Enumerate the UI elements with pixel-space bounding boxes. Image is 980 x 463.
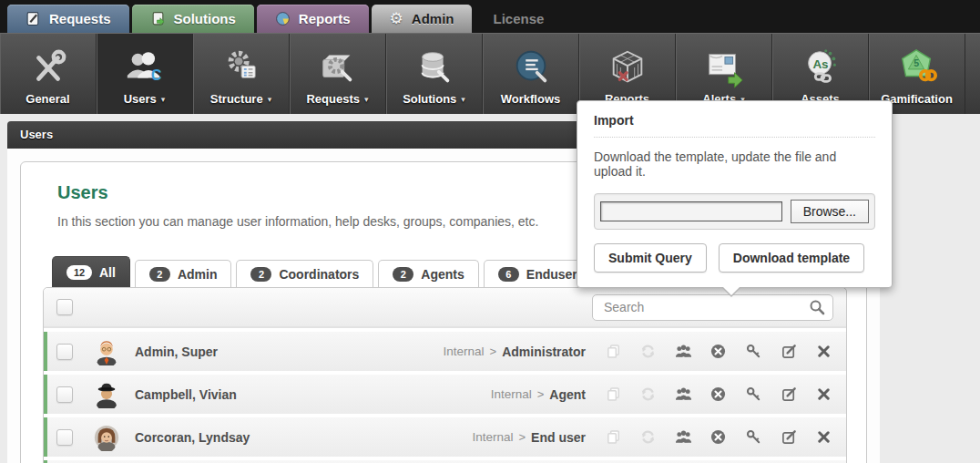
assets-icon: As <box>800 42 842 92</box>
toolbar-item-solutions[interactable]: Solutions▾ <box>386 34 483 114</box>
user-avatar <box>93 424 120 451</box>
groups-button[interactable] <box>674 428 692 447</box>
row-actions <box>604 343 833 361</box>
refresh-button[interactable] <box>639 343 658 361</box>
dropdown-arrow-icon: ▾ <box>461 95 465 104</box>
dropdown-arrow-icon: ▾ <box>161 95 166 104</box>
count-badge: 2 <box>250 267 271 282</box>
dropdown-arrow-icon: ▾ <box>268 95 272 104</box>
delete-button[interactable] <box>815 428 833 447</box>
breadcrumb-separator: > <box>490 345 497 358</box>
user-row[interactable]: Corcoran, Lyndsay Internal > End user <box>44 417 846 457</box>
tab-agents[interactable]: 2 Agents <box>378 260 478 287</box>
tab-coordinators[interactable]: 2 Coordinators <box>236 260 373 287</box>
user-role: Administrator <box>502 345 586 359</box>
requests-admin-icon <box>317 42 359 92</box>
solutions-tab-icon <box>150 11 166 26</box>
nav-tab-solutions[interactable]: Solutions <box>132 5 254 33</box>
user-name: Admin, Super <box>135 345 218 359</box>
tab-label: All <box>99 265 116 280</box>
browse-button[interactable]: Browse... <box>791 200 869 223</box>
toolbar-label: Users <box>124 92 157 106</box>
gamification-icon: 5 <box>896 42 938 92</box>
reports-tab-icon <box>275 11 291 26</box>
password-key-button[interactable] <box>745 386 763 404</box>
tab-admin[interactable]: 2 Admin <box>135 260 232 287</box>
select-row-checkbox[interactable] <box>56 344 73 360</box>
row-actions <box>604 428 833 447</box>
delete-button[interactable] <box>815 343 833 361</box>
requests-tab-icon <box>26 11 41 26</box>
duplicate-button[interactable] <box>604 428 622 447</box>
nav-tab-label: License <box>493 11 544 26</box>
delete-button[interactable] <box>815 386 833 404</box>
select-all-checkbox[interactable] <box>56 299 73 315</box>
toolbar-item-workflows[interactable]: Workflows <box>483 34 579 114</box>
nav-tab-label: Requests <box>49 11 111 26</box>
groups-button[interactable] <box>674 343 692 361</box>
nav-tab-admin[interactable]: ⚙ Admin <box>372 5 473 33</box>
nav-tab-requests[interactable]: Requests <box>7 5 129 33</box>
tab-label: Agents <box>421 267 464 282</box>
nav-tab-reports[interactable]: Reports <box>257 5 369 33</box>
user-avatar <box>93 338 120 365</box>
toolbar-item-structure[interactable]: Structure▾ <box>193 34 290 114</box>
popover-title: Import <box>594 113 875 138</box>
search-icon[interactable] <box>809 299 825 315</box>
count-badge: 2 <box>393 267 413 282</box>
structure-icon <box>220 42 262 92</box>
user-row[interactable]: Admin, Super Internal > Administrator <box>44 332 846 371</box>
svg-text:5: 5 <box>914 57 919 68</box>
duplicate-button[interactable] <box>604 343 622 361</box>
nav-tab-license[interactable]: License <box>475 5 562 33</box>
user-name: Corcoran, Lyndsay <box>135 430 250 445</box>
users-table: Admin, Super Internal > Administrator <box>43 287 847 463</box>
disable-button[interactable] <box>709 428 728 447</box>
workflows-icon <box>510 42 552 92</box>
dropdown-arrow-icon: ▾ <box>364 95 369 104</box>
tab-all[interactable]: 12 All <box>52 256 130 287</box>
general-icon <box>27 42 69 92</box>
user-name: Campbell, Vivian <box>135 387 237 402</box>
disable-button[interactable] <box>709 343 728 361</box>
edit-button[interactable] <box>780 428 798 447</box>
search-input[interactable] <box>604 300 809 314</box>
toolbar-item-requests[interactable]: Requests▾ <box>290 34 386 114</box>
nav-tab-label: Admin <box>412 11 454 26</box>
groups-button[interactable] <box>674 386 692 404</box>
password-key-button[interactable] <box>745 343 763 361</box>
svg-text:C: C <box>150 67 161 83</box>
toolbar-item-general[interactable]: General <box>0 34 97 114</box>
select-row-checkbox[interactable] <box>56 429 73 446</box>
users-icon: C <box>124 42 166 92</box>
password-key-button[interactable] <box>745 428 763 447</box>
toolbar-label: Structure <box>210 92 263 106</box>
popover-caret <box>721 287 741 297</box>
toolbar-label: Requests <box>306 92 360 106</box>
disable-button[interactable] <box>709 386 728 404</box>
edit-button[interactable] <box>780 343 798 361</box>
count-badge: 6 <box>498 267 519 282</box>
submit-query-button[interactable]: Submit Query <box>594 243 707 273</box>
toolbar-label: General <box>26 92 69 106</box>
tab-label: Admin <box>178 267 218 282</box>
user-scope: Internal <box>491 387 532 401</box>
breadcrumb-separator: > <box>537 387 545 401</box>
count-badge: 2 <box>149 267 170 282</box>
tab-label: Coordinators <box>279 267 359 282</box>
edit-button[interactable] <box>780 386 798 404</box>
refresh-button[interactable] <box>639 386 658 404</box>
popover-buttons: Submit Query Download template <box>594 243 875 273</box>
popover-description: Download the template, update the file a… <box>594 149 875 179</box>
user-row[interactable]: Campbell, Vivian Internal > Agent <box>44 375 846 414</box>
user-scope: Internal <box>472 430 513 444</box>
select-row-checkbox[interactable] <box>56 386 73 403</box>
refresh-button[interactable] <box>639 428 658 447</box>
user-role: End user <box>531 430 586 445</box>
file-path-input[interactable] <box>600 201 782 221</box>
toolbar-item-users[interactable]: C Users▾ <box>97 34 193 114</box>
toolbar-label: Solutions <box>403 92 456 106</box>
download-template-button[interactable]: Download template <box>719 243 864 273</box>
duplicate-button[interactable] <box>604 386 622 404</box>
alerts-icon <box>703 42 745 92</box>
